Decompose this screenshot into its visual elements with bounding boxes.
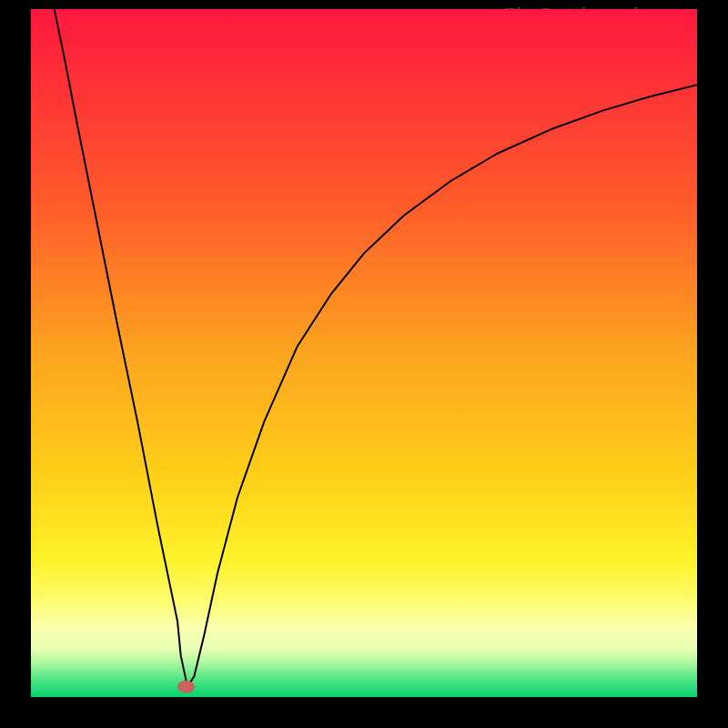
chart-svg <box>31 9 697 697</box>
plot-area <box>31 9 697 697</box>
minimum-marker <box>177 681 195 693</box>
chart-stage: TheBottleneck.com <box>0 0 728 728</box>
